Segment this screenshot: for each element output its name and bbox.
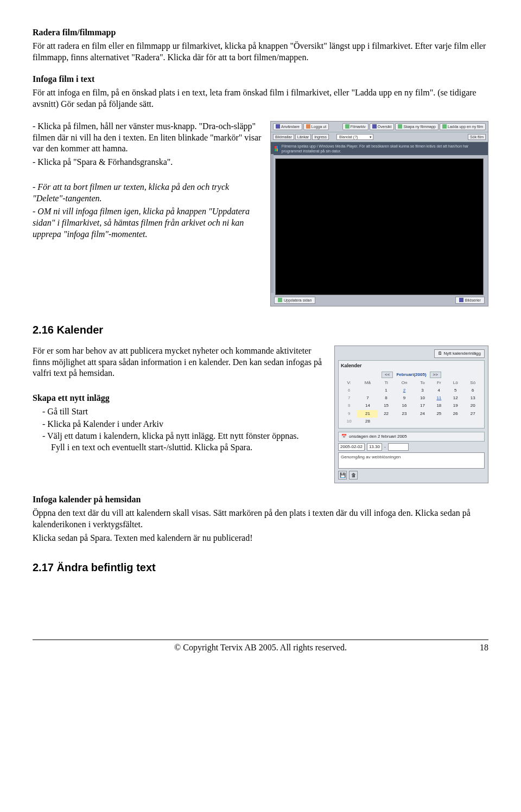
- calendar-cell: 5: [447, 387, 463, 394]
- calendar-panel: Kalender << Februari(2005) >> V: Må Ti O…: [338, 360, 485, 428]
- calendar-cell: 27: [463, 410, 482, 418]
- calendar-cell: 8: [378, 394, 394, 402]
- sidebar-handle: [271, 154, 274, 293]
- btn-bildmallar: Bildmallar: [273, 134, 294, 140]
- li-ga-start: Gå till Start: [51, 406, 326, 418]
- save-icon: 💾: [338, 471, 347, 479]
- col-so: Sö: [463, 380, 482, 386]
- calendar-cell: 1: [378, 387, 394, 394]
- btn-ingress: Ingress: [312, 134, 329, 140]
- calendar-row: 814151617181920: [341, 402, 482, 410]
- calendar-row: 778910111213: [341, 394, 482, 402]
- calendar-cell: 20: [463, 402, 482, 410]
- calendar-cell: 25: [431, 410, 447, 418]
- btn-next-month: >>: [430, 372, 441, 378]
- week-number: 10: [341, 418, 357, 425]
- para-update: - OM ni vill infoga filmen igen, klicka …: [33, 206, 262, 240]
- btn-lankar: Länkar: [295, 134, 311, 140]
- btn-prev-month: <<: [382, 372, 393, 378]
- calendar-cell: 12: [447, 394, 463, 402]
- calendar-day-icon: 📅: [341, 434, 347, 439]
- refresh-icon: [278, 298, 282, 302]
- tab-bildserier: Bildserier: [455, 297, 485, 304]
- blue-info-text: Filmerna spelas upp i Windows Media Play…: [282, 144, 485, 154]
- col-week: V:: [341, 380, 357, 386]
- calendar-cell: 11: [431, 394, 447, 402]
- calendar-cell: 17: [414, 402, 430, 410]
- calendar-cell: 13: [463, 394, 482, 402]
- heading-infoga-kalender: Infoga kalender på hemsidan: [33, 494, 488, 506]
- btn-nytt-inlagg: 🗓Nytt kalenderinlägg: [434, 349, 485, 358]
- calendar-cell: [431, 418, 447, 425]
- new-folder-icon: [398, 124, 402, 129]
- heading-2-16: 2.16 Kalender: [33, 323, 488, 337]
- para-kalender-intro: För er som har behov av att publicera my…: [33, 346, 326, 379]
- btn-sok-film: Sök film: [468, 134, 486, 140]
- calendar-table: V: Må Ti On To Fr Lö Sö 6123456778910111…: [341, 380, 482, 425]
- para-spara: - Klicka på "Spara & Förhandsgranska".: [33, 157, 262, 168]
- calendar-cell: [357, 387, 378, 394]
- users-icon: [276, 124, 280, 129]
- li-valj-datum: Välj ett datum i kalendern, klicka på ny…: [51, 431, 326, 453]
- btn-ladda-upp: Ladda upp en ny film: [440, 123, 486, 130]
- calendar-cell: 28: [357, 418, 378, 425]
- para-infoga-kalender-1: Öppna den text där du vill att kalendern…: [33, 508, 488, 530]
- heading-2-17: 2.17 Ändra befintlig text: [33, 560, 488, 574]
- calendar-cell: 26: [447, 410, 463, 418]
- calendar-cell: 3: [414, 387, 430, 394]
- para-infoga-film: För att infoga en film, på en önskad pla…: [33, 87, 488, 110]
- screenshot-filmarkiv: Användare Logga ut Filmarkiv Översikt Sk…: [270, 121, 488, 306]
- col-ma: Må: [357, 380, 378, 386]
- calendar-cell: 23: [395, 410, 414, 418]
- para-delete: - För att ta bort filmen ur texten, klic…: [33, 182, 262, 204]
- calendar-cell: 14: [357, 402, 378, 410]
- btn-uppdatera-sidan: Uppdatera sidan: [274, 297, 315, 304]
- gallery-icon: [459, 298, 463, 302]
- page-footer: © Copyright Tervix AB 2005. All rights r…: [33, 640, 488, 654]
- para-click-film: - Klicka på filmen, håll ner vänster mus…: [33, 121, 262, 155]
- btn-oversikt: Översikt: [370, 123, 395, 130]
- calendar-cell: 16: [395, 402, 414, 410]
- calendar-cell: 21: [357, 410, 378, 418]
- week-number: 7: [341, 394, 357, 402]
- btn-skapa-mapp: Skapa ny filmmapp: [395, 123, 439, 130]
- col-ti: Ti: [378, 380, 394, 386]
- para-infoga-kalender-2: Klicka sedan på Spara. Texten med kalend…: [33, 533, 488, 544]
- delete-icon: 🗑: [349, 471, 358, 479]
- calendar-cell: 15: [378, 402, 394, 410]
- heading-radera: Radera film/filmmapp: [33, 27, 488, 39]
- calendar-cell: 18: [431, 402, 447, 410]
- calendar-cell: 10: [414, 394, 430, 402]
- calendar-cell: 22: [378, 410, 394, 418]
- footer-page-number: 18: [472, 642, 488, 654]
- btn-logga-ut: Logga ut: [303, 123, 329, 130]
- calendar-cell: 6: [463, 387, 482, 394]
- week-number: 6: [341, 387, 357, 394]
- input-date: 2005-02-02: [338, 443, 365, 451]
- windows-icon: [274, 145, 279, 152]
- calendar-row: 921222324252627: [341, 410, 482, 418]
- calendar-cell: [378, 418, 394, 425]
- col-to: To: [414, 380, 430, 386]
- video-player-area: [275, 158, 484, 295]
- input-description: Genomgång av webblösningen: [338, 452, 485, 469]
- para-radera: För att radera en film eller en filmmapp…: [33, 41, 488, 63]
- calendar-cell: [414, 418, 430, 425]
- input-time-start: 13.30: [367, 443, 382, 451]
- heading-infoga-film: Infoga film i text: [33, 74, 488, 85]
- heading-skapa-inlagg: Skapa ett nytt inlägg: [33, 393, 326, 404]
- select-category: Blandat (?): [336, 134, 373, 140]
- calendar-title: Kalender: [341, 363, 482, 369]
- calendar-new-icon: 🗓: [438, 351, 442, 356]
- calendar-cell: 19: [447, 402, 463, 410]
- btn-filmarkiv: Filmarkiv: [342, 123, 368, 130]
- calendar-cell: 7: [357, 394, 378, 402]
- time-dash: -: [384, 444, 386, 450]
- col-fr: Fr: [431, 380, 447, 386]
- col-lo: Lö: [447, 380, 463, 386]
- btn-anvandare: Användare: [273, 123, 302, 130]
- calendar-cell: 2: [395, 387, 414, 394]
- calendar-cell: [463, 418, 482, 425]
- month-label: Februari(2005): [396, 372, 426, 378]
- calendar-cell: [447, 418, 463, 425]
